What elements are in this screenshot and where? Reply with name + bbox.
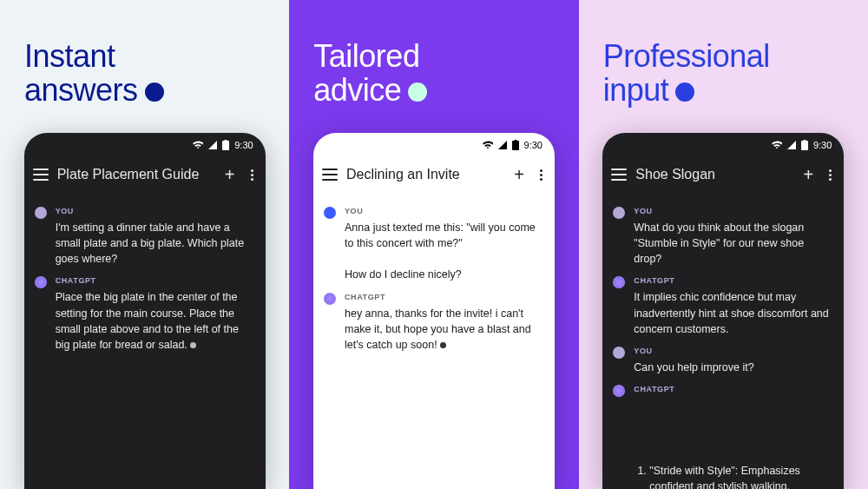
- signal-icon: [498, 141, 507, 149]
- status-bar: 9:30: [602, 133, 844, 157]
- message-assistant: CHATGPT Place the big plate in the cente…: [35, 275, 255, 353]
- message-text: What do you think about the slogan "Stum…: [634, 220, 833, 267]
- wifi-icon: [193, 141, 203, 149]
- panel-professional-input: Professional input 9:30 Shoe Slogan +: [579, 0, 868, 489]
- sender-label: YOU: [634, 206, 833, 217]
- wifi-icon: [483, 141, 493, 149]
- avatar-user: [613, 347, 625, 359]
- headline-line2: advice: [313, 74, 401, 108]
- panel-tailored-advice: Tailored advice 9:30 Declining an Invite…: [289, 0, 578, 489]
- headline-line1: Instant: [24, 40, 115, 74]
- headline-dot-icon: [675, 83, 694, 102]
- avatar-user: [324, 207, 336, 219]
- headline: Professional input: [603, 40, 770, 108]
- message-text: Place the big plate in the center of the…: [56, 289, 255, 353]
- headline-line2: input: [603, 74, 669, 108]
- headline-dot-icon: [145, 83, 164, 102]
- message-text: Can you help improve it?: [634, 360, 833, 375]
- wifi-icon: [772, 141, 782, 149]
- plus-icon[interactable]: +: [799, 166, 817, 183]
- status-time: 9:30: [234, 140, 253, 150]
- sender-label: CHATGPT: [56, 275, 255, 287]
- avatar-user: [35, 207, 47, 219]
- sender-label: YOU: [56, 206, 255, 217]
- app-bar: Plate Placement Guide +: [24, 157, 266, 192]
- headline-line1: Tailored: [313, 40, 419, 74]
- sender-label: CHATGPT: [634, 275, 833, 287]
- message-user: YOU Anna just texted me this: "will you …: [324, 206, 544, 283]
- hamburger-icon[interactable]: [322, 169, 338, 181]
- message-text: I'm setting a dinner table and have a sm…: [56, 220, 255, 267]
- panel-instant-answers: Instant answers 9:30 Plate Placement Gui…: [0, 0, 289, 489]
- message-assistant: CHATGPT "Stride with Style": Emphasizes …: [613, 384, 833, 489]
- suggestion-list: "Stride with Style": Emphasizes confiden…: [634, 431, 833, 489]
- chat-thread: YOU What do you think about the slogan "…: [602, 192, 844, 489]
- avatar-assistant: [35, 276, 47, 288]
- signal-icon: [208, 141, 217, 149]
- status-bar: 9:30: [24, 133, 266, 157]
- message-assistant: CHATGPT It implies chic confidence but m…: [613, 275, 833, 336]
- app-bar: Declining an Invite +: [313, 157, 555, 192]
- message-text: It implies chic confidence but may inadv…: [634, 289, 833, 336]
- sender-label: CHATGPT: [634, 384, 833, 395]
- status-bar: 9:30: [313, 133, 555, 157]
- phone-mockup: 9:30 Declining an Invite + YOU Anna just…: [313, 133, 555, 489]
- headline-line1: Professional: [603, 40, 770, 74]
- chat-title: Declining an Invite: [346, 167, 502, 182]
- more-icon[interactable]: [536, 169, 546, 181]
- sender-label: CHATGPT: [345, 292, 544, 303]
- app-showcase: Instant answers 9:30 Plate Placement Gui…: [0, 0, 868, 489]
- message-user: YOU What do you think about the slogan "…: [613, 206, 833, 267]
- battery-icon: [222, 140, 229, 150]
- cursor-dot-icon: [190, 342, 196, 348]
- battery-icon: [801, 140, 808, 150]
- avatar-assistant: [613, 276, 625, 288]
- message-user: YOU I'm setting a dinner table and have …: [35, 206, 255, 267]
- avatar-assistant: [613, 385, 625, 397]
- message-assistant: CHATGPT hey anna, thanks for the invite!…: [324, 292, 544, 353]
- chat-thread: YOU Anna just texted me this: "will you …: [313, 192, 555, 363]
- more-icon[interactable]: [247, 169, 257, 181]
- signal-icon: [787, 141, 796, 149]
- phone-mockup: 9:30 Shoe Slogan + YOU What do you think…: [602, 133, 844, 489]
- headline-line2: answers: [24, 74, 138, 108]
- chat-title: Shoe Slogan: [635, 167, 791, 182]
- status-time: 9:30: [524, 140, 542, 150]
- plus-icon[interactable]: +: [510, 166, 528, 183]
- more-icon[interactable]: [825, 169, 835, 181]
- chat-title: Plate Placement Guide: [57, 167, 213, 182]
- hamburger-icon[interactable]: [33, 169, 49, 181]
- sender-label: YOU: [345, 206, 544, 217]
- battery-icon: [512, 140, 519, 150]
- sender-label: YOU: [634, 346, 833, 357]
- plus-icon[interactable]: +: [221, 166, 239, 183]
- chat-thread: YOU I'm setting a dinner table and have …: [24, 192, 266, 363]
- message-text: "Stride with Style": Emphasizes confiden…: [634, 398, 833, 489]
- list-item: "Stride with Style": Emphasizes confiden…: [649, 463, 833, 489]
- headline: Instant answers: [24, 40, 164, 108]
- cursor-dot-icon: [440, 342, 446, 348]
- message-user: YOU Can you help improve it?: [613, 346, 833, 375]
- phone-mockup: 9:30 Plate Placement Guide + YOU I'm set…: [24, 133, 266, 489]
- headline-dot-icon: [408, 83, 427, 102]
- hamburger-icon[interactable]: [611, 169, 627, 181]
- avatar-assistant: [324, 293, 336, 305]
- message-text: Anna just texted me this: "will you come…: [345, 220, 544, 283]
- message-text: hey anna, thanks for the invite! i can't…: [345, 306, 544, 353]
- avatar-user: [613, 207, 625, 219]
- headline: Tailored advice: [313, 40, 427, 108]
- app-bar: Shoe Slogan +: [602, 157, 844, 192]
- status-time: 9:30: [813, 140, 832, 150]
